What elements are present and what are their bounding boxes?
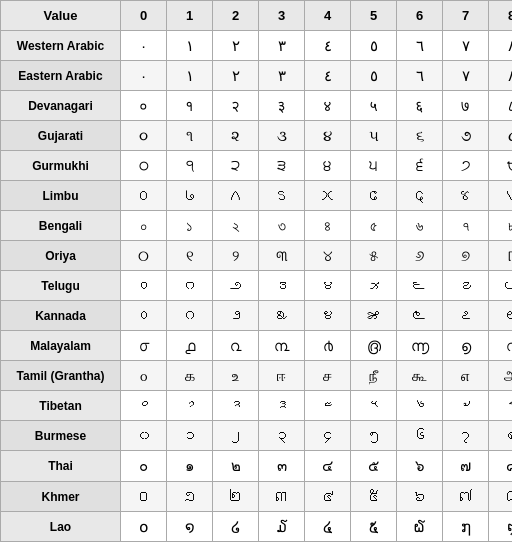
digit-cell-0: ೦	[121, 301, 167, 331]
digit-cell-2: ໒	[213, 512, 259, 542]
digit-header-2: 2	[213, 1, 259, 31]
script-label: Malayalam	[1, 331, 121, 361]
digit-cell-5: ୫	[351, 241, 397, 271]
digit-cell-5: ๕	[351, 451, 397, 482]
digit-cell-3: ๓	[259, 451, 305, 482]
digit-cell-3: ೩	[259, 301, 305, 331]
digit-cell-2: ૨	[213, 121, 259, 151]
digit-cell-3: ஈ	[259, 361, 305, 391]
table-row: Thai๐๑๒๓๔๕๖๗๘๙	[1, 451, 513, 482]
digit-cell-0: ੦	[121, 151, 167, 181]
digit-header-0: 0	[121, 1, 167, 31]
numeral-systems-table: Value0123456789 Western Arabic·١٢٣٤٥٦٧٨٩…	[0, 0, 512, 542]
digit-cell-0: ๐	[121, 451, 167, 482]
digit-cell-6: ౬	[397, 271, 443, 301]
digit-cell-5: ໕	[351, 512, 397, 542]
digit-cell-3: ᥉	[259, 181, 305, 211]
digit-cell-3: ৩	[259, 211, 305, 241]
digit-cell-7: ๗	[443, 451, 489, 482]
script-label: Eastern Arabic	[1, 61, 121, 91]
value-header: Value	[1, 1, 121, 31]
digit-cell-8: ൮	[489, 331, 513, 361]
digit-header-4: 4	[305, 1, 351, 31]
table-body: Western Arabic·١٢٣٤٥٦٧٨٩Eastern Arabic·١…	[1, 31, 513, 542]
digit-cell-2: ๒	[213, 451, 259, 482]
digit-cell-3: ੩	[259, 151, 305, 181]
digit-cell-5: ੫	[351, 151, 397, 181]
digit-cell-3: ٣	[259, 61, 305, 91]
digit-cell-7: ៧	[443, 482, 489, 512]
digit-cell-7: ੭	[443, 151, 489, 181]
digit-cell-1: க	[167, 361, 213, 391]
digit-cell-0: ០	[121, 482, 167, 512]
digit-cell-1: ୧	[167, 241, 213, 271]
digit-cell-1: ૧	[167, 121, 213, 151]
digit-cell-5: ൫	[351, 331, 397, 361]
digit-cell-6: ༦	[397, 391, 443, 421]
digit-cell-0: ၀	[121, 421, 167, 451]
table-row: Oriya୦୧୨୩୪୫୬୭୮୯	[1, 241, 513, 271]
script-label: Telugu	[1, 271, 121, 301]
digit-cell-2: ২	[213, 211, 259, 241]
digit-cell-0: ൦	[121, 331, 167, 361]
digit-cell-8: ၈	[489, 421, 513, 451]
digit-cell-4: ൪	[305, 331, 351, 361]
digit-cell-1: ೧	[167, 301, 213, 331]
script-label: Kannada	[1, 301, 121, 331]
script-label: Tibetan	[1, 391, 121, 421]
digit-cell-1: ١	[167, 31, 213, 61]
digit-cell-8: ੮	[489, 151, 513, 181]
digit-cell-7: ༧	[443, 391, 489, 421]
digit-cell-2: २	[213, 91, 259, 121]
table-row: Gurmukhi੦੧੨੩੪੫੬੭੮੯	[1, 151, 513, 181]
digit-cell-6: ੬	[397, 151, 443, 181]
digit-cell-7: ୭	[443, 241, 489, 271]
digit-cell-3: ၃	[259, 421, 305, 451]
digit-cell-6: ६	[397, 91, 443, 121]
digit-cell-6: ૬	[397, 121, 443, 151]
table-row: Kannada೦೧೨೩೪೫೬೭೮೯	[1, 301, 513, 331]
digit-cell-4: ૪	[305, 121, 351, 151]
digit-cell-0: ୦	[121, 241, 167, 271]
digit-cell-7: எ	[443, 361, 489, 391]
digit-cell-1: ᥇	[167, 181, 213, 211]
digit-cell-5: ೫	[351, 301, 397, 331]
script-label: Devanagari	[1, 91, 121, 121]
script-label: Limbu	[1, 181, 121, 211]
digit-cell-6: ၆	[397, 421, 443, 451]
digit-cell-6: ៦	[397, 482, 443, 512]
digit-cell-1: ༡	[167, 391, 213, 421]
digit-cell-8: ᥎	[489, 181, 513, 211]
digit-cell-5: ५	[351, 91, 397, 121]
digit-cell-5: ৫	[351, 211, 397, 241]
digit-cell-8: ٨	[489, 61, 513, 91]
table-row: Khmer០១២៣៤៥៦៧៨៩	[1, 482, 513, 512]
digit-cell-3: ༣	[259, 391, 305, 421]
digit-cell-5: நீ	[351, 361, 397, 391]
digit-cell-7: ໗	[443, 512, 489, 542]
digit-cell-7: ৭	[443, 211, 489, 241]
digit-cell-4: ౪	[305, 271, 351, 301]
script-label: Bengali	[1, 211, 121, 241]
digit-cell-7: ൭	[443, 331, 489, 361]
digit-cell-2: ୨	[213, 241, 259, 271]
digit-cell-6: ٦	[397, 31, 443, 61]
digit-cell-6: ໖	[397, 512, 443, 542]
digit-cell-2: உ	[213, 361, 259, 391]
digit-cell-6: ᥌	[397, 181, 443, 211]
table-header-row: Value0123456789	[1, 1, 513, 31]
table-row: Bengali০১২৩৪৫৬৭৮৯	[1, 211, 513, 241]
digit-cell-8: ៨	[489, 482, 513, 512]
digit-cell-7: ၇	[443, 421, 489, 451]
digit-cell-1: ੧	[167, 151, 213, 181]
digit-cell-0: ໐	[121, 512, 167, 542]
table-row: Eastern Arabic·١٢٣٤٥٦٧٨٩	[1, 61, 513, 91]
digit-cell-7: ७	[443, 91, 489, 121]
digit-cell-2: ౨	[213, 271, 259, 301]
script-label: Tamil (Grantha)	[1, 361, 121, 391]
digit-cell-3: ૩	[259, 121, 305, 151]
digit-header-7: 7	[443, 1, 489, 31]
script-label: Western Arabic	[1, 31, 121, 61]
digit-cell-6: கூ	[397, 361, 443, 391]
digit-cell-3: ౩	[259, 271, 305, 301]
